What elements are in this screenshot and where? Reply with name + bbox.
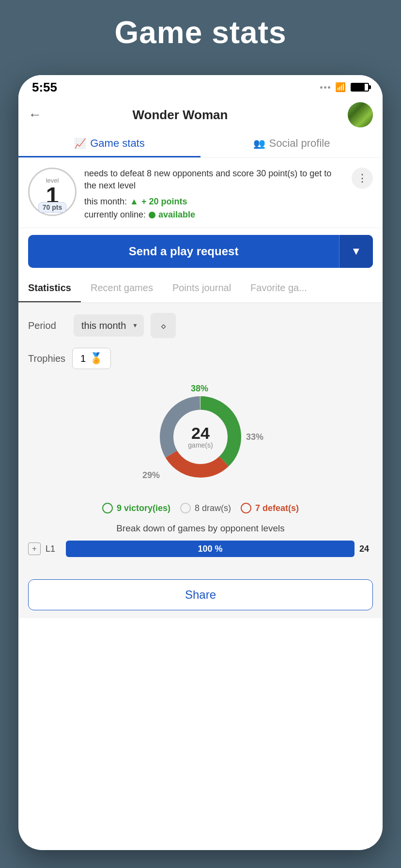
- tab-social-profile[interactable]: 👥 Social profile: [200, 130, 383, 157]
- period-select-wrapper: this month last month all time: [74, 314, 144, 337]
- draw-circle-icon: [180, 503, 191, 513]
- breakdown-row: + L1 100 % 24: [28, 541, 373, 557]
- tab-game-stats[interactable]: 📈 Game stats: [18, 130, 200, 157]
- signal-dots-icon: [320, 86, 330, 89]
- phone-frame: 5:55 📶 ← Wonder Woman 📈 Game stats 👥: [18, 75, 383, 850]
- profile-info: needs to defeat 8 new opponents and scor…: [84, 168, 344, 220]
- online-dot-icon: [149, 212, 155, 218]
- statistics-section: Period this month last month all time ⬦ …: [18, 303, 383, 572]
- main-tabs: 📈 Game stats 👥 Social profile: [18, 130, 383, 158]
- this-month-points: + 20 points: [141, 197, 187, 207]
- chart-label-33: 33%: [246, 432, 263, 442]
- total-games-label: game(s): [188, 441, 213, 449]
- legend-draws[interactable]: 8 draw(s): [180, 503, 231, 513]
- trophies-count: 1: [80, 353, 86, 364]
- status-icons: 📶: [320, 82, 369, 93]
- chevron-down-icon: ▼: [351, 245, 362, 258]
- donut-center: 24 game(s): [188, 425, 213, 449]
- pts-badge: 70 pts: [38, 202, 66, 213]
- subtab-points-journal[interactable]: Points journal: [163, 275, 241, 302]
- breakdown-expand-button[interactable]: +: [28, 542, 41, 555]
- chart-label-29: 29%: [142, 470, 160, 480]
- social-profile-icon: 👥: [253, 138, 265, 149]
- tab-game-stats-label: Game stats: [90, 137, 144, 150]
- legend-victories[interactable]: 9 victory(ies): [102, 503, 170, 513]
- breakdown-percent: 100 %: [198, 544, 222, 554]
- status-time: 5:55: [32, 80, 57, 95]
- victory-circle-icon: [102, 503, 113, 513]
- victories-label: 9 victory(ies): [117, 503, 170, 513]
- breakdown-bar: 100 %: [66, 541, 355, 557]
- period-label: Period: [28, 320, 67, 331]
- subtab-statistics[interactable]: Statistics: [18, 275, 81, 302]
- page-title: Game stats: [0, 15, 401, 50]
- send-play-request-button[interactable]: Send a play request ▼: [28, 235, 373, 268]
- share-container: Share: [18, 572, 383, 618]
- online-label: currently online:: [84, 210, 146, 220]
- defeat-circle-icon: [241, 503, 251, 513]
- trophy-badge: 1 🏅: [72, 348, 111, 369]
- avatar[interactable]: [348, 102, 373, 127]
- more-options-button[interactable]: ⋮: [352, 168, 373, 189]
- online-row: currently online: available: [84, 210, 344, 220]
- game-stats-icon: 📈: [74, 138, 86, 149]
- total-games-number: 24: [188, 425, 213, 441]
- header-title: Wonder Woman: [20, 108, 340, 123]
- trophies-label: Trophies: [28, 353, 65, 364]
- this-month-row: this month: ▲ + 20 points: [84, 197, 344, 207]
- period-row: Period this month last month all time ⬦: [28, 313, 373, 338]
- play-button-label: Send a play request: [28, 245, 339, 258]
- period-dropdown[interactable]: this month last month all time: [74, 314, 144, 337]
- status-bar: 5:55 📶: [18, 75, 383, 99]
- trophy-icon: 🏅: [90, 352, 103, 365]
- this-month-label: this month:: [84, 197, 127, 207]
- play-button-dropdown[interactable]: ▼: [339, 235, 373, 268]
- chart-legend: 9 victory(ies) 8 draw(s) 7 defeat(s): [28, 503, 373, 513]
- draws-label: 8 draw(s): [195, 503, 231, 513]
- level-badge: level 1 70 pts: [28, 168, 77, 216]
- tab-social-profile-label: Social profile: [269, 137, 330, 150]
- subtab-favorite-games[interactable]: Favorite ga...: [241, 275, 317, 302]
- breakdown-title: Break down of games by opponent levels: [28, 523, 373, 534]
- share-button[interactable]: Share: [28, 579, 373, 610]
- play-button-container: Send a play request ▼: [18, 228, 383, 275]
- chart-label-38: 38%: [191, 384, 208, 394]
- legend-defeats[interactable]: 7 defeat(s): [241, 503, 299, 513]
- defeats-label: 7 defeat(s): [255, 503, 299, 513]
- trophies-row: Trophies 1 🏅: [28, 348, 373, 369]
- filter-icon: ⬦: [160, 319, 167, 332]
- header: ← Wonder Woman: [18, 99, 383, 130]
- battery-icon: [351, 83, 369, 92]
- breakdown-level: L1: [46, 544, 61, 554]
- sub-tabs: Statistics Recent games Points journal F…: [18, 275, 383, 303]
- wifi-icon: 📶: [335, 82, 346, 93]
- online-status: available: [158, 210, 195, 220]
- subtab-recent-games[interactable]: Recent games: [81, 275, 163, 302]
- avatar-image: [348, 102, 373, 127]
- profile-card: level 1 70 pts needs to defeat 8 new opp…: [18, 158, 383, 228]
- up-arrow-icon: ▲: [130, 197, 139, 207]
- breakdown-count: 24: [359, 544, 373, 554]
- filter-button[interactable]: ⬦: [151, 313, 176, 338]
- donut-chart: 38% 29% 33% 24 game(s): [28, 379, 373, 495]
- next-level-text: needs to defeat 8 new opponents and scor…: [84, 168, 344, 192]
